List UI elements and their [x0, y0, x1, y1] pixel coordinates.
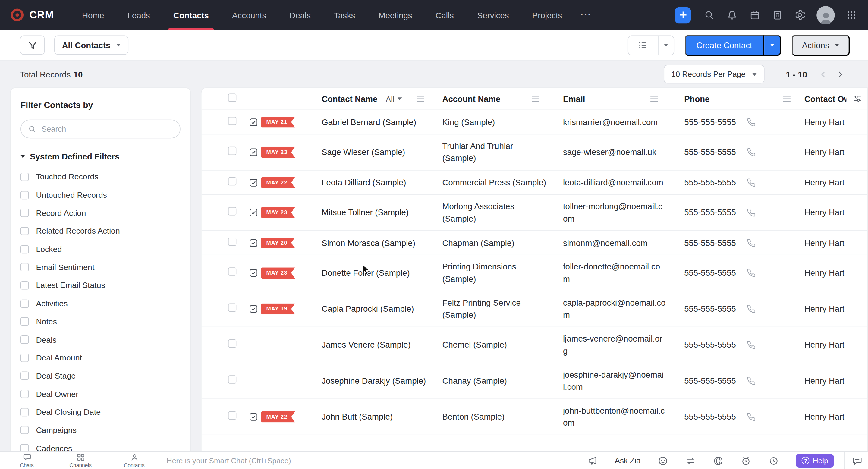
- account-name-link[interactable]: King (Sample): [442, 117, 495, 126]
- row-checkbox[interactable]: [228, 304, 237, 312]
- calendar-icon[interactable]: [744, 5, 764, 25]
- row-checkbox[interactable]: [228, 147, 237, 155]
- history-clock-icon[interactable]: [769, 456, 779, 466]
- account-name-link[interactable]: Commercial Press (Sample): [442, 178, 546, 187]
- dock-item-channels[interactable]: Channels: [54, 452, 107, 469]
- row-checkbox[interactable]: [228, 237, 237, 246]
- filter-checkbox[interactable]: [21, 426, 29, 434]
- dock-item-chats[interactable]: Chats: [0, 452, 54, 469]
- column-menu-icon[interactable]: [650, 95, 658, 102]
- filter-item-locked[interactable]: Locked: [21, 240, 181, 258]
- account-name-link[interactable]: Chemel (Sample): [442, 340, 507, 349]
- nav-item-home[interactable]: Home: [70, 0, 116, 30]
- settings-gear-icon[interactable]: [790, 5, 810, 25]
- table-row[interactable]: MAY 23Sage Wieser (Sample)Truhlar And Tr…: [202, 134, 868, 170]
- phone-call-icon[interactable]: [747, 412, 756, 421]
- nav-more-button[interactable]: ···: [574, 9, 598, 21]
- view-selector-dropdown[interactable]: All Contacts: [54, 36, 128, 55]
- feedback-bubble-icon[interactable]: [844, 451, 863, 469]
- filter-item-touched-records[interactable]: Touched Records: [21, 168, 181, 186]
- column-menu-icon[interactable]: [531, 95, 540, 102]
- phone-call-icon[interactable]: [747, 269, 756, 277]
- contact-name-link[interactable]: Leota Dilliard (Sample): [321, 178, 406, 187]
- account-name-link[interactable]: Printing Dimensions (Sample): [442, 262, 516, 284]
- contact-name-link[interactable]: Simon Morasca (Sample): [321, 238, 415, 247]
- per-page-dropdown[interactable]: 10 Records Per Page: [664, 65, 764, 84]
- nav-item-projects[interactable]: Projects: [521, 0, 574, 30]
- table-row[interactable]: MAY 23Donette Foller (Sample)Printing Di…: [202, 255, 868, 291]
- phone-call-icon[interactable]: [747, 305, 756, 313]
- filter-checkbox[interactable]: [21, 263, 29, 272]
- account-name-link[interactable]: Chanay (Sample): [442, 376, 507, 385]
- account-name-link[interactable]: Feltz Printing Service (Sample): [442, 298, 521, 319]
- table-row[interactable]: Josephine Darakjy (Sample)Chanay (Sample…: [202, 363, 868, 399]
- contact-name-link[interactable]: John Butt (Sample): [321, 412, 393, 421]
- row-checkbox[interactable]: [228, 268, 237, 276]
- filter-item-deals[interactable]: Deals: [21, 331, 181, 349]
- next-page-button[interactable]: [832, 66, 848, 83]
- table-row[interactable]: MAY 19Capla Paprocki (Sample)Feltz Print…: [202, 291, 868, 327]
- alarm-clock-icon[interactable]: [741, 456, 751, 466]
- filter-item-record-action[interactable]: Record Action: [21, 204, 181, 222]
- row-checkbox[interactable]: [228, 411, 237, 420]
- filter-checkbox[interactable]: [21, 317, 29, 326]
- translate-globe-icon[interactable]: [713, 456, 724, 466]
- column-header-email[interactable]: Email: [563, 94, 585, 103]
- row-checkbox[interactable]: [228, 375, 237, 384]
- user-avatar[interactable]: [816, 6, 835, 24]
- phone-call-icon[interactable]: [747, 208, 756, 217]
- filter-item-deal-closing-date[interactable]: Deal Closing Date: [21, 403, 181, 421]
- create-contact-button[interactable]: Create Contact: [685, 35, 764, 56]
- phone-call-icon[interactable]: [747, 341, 756, 349]
- table-row[interactable]: James Venere (Sample)Chemel (Sample)ljam…: [202, 327, 868, 363]
- account-name-link[interactable]: Morlong Associates (Sample): [442, 201, 515, 223]
- filter-item-notes[interactable]: Notes: [21, 313, 181, 331]
- nav-item-deals[interactable]: Deals: [278, 0, 322, 30]
- table-row[interactable]: MAY 21Gabriel Bernard (Sample)King (Samp…: [202, 110, 868, 135]
- account-name-link[interactable]: Benton (Sample): [442, 412, 505, 421]
- select-all-checkbox[interactable]: [228, 93, 237, 102]
- filter-checkbox[interactable]: [21, 390, 29, 398]
- filter-checkbox[interactable]: [21, 173, 29, 181]
- filter-item-activities[interactable]: Activities: [21, 294, 181, 313]
- row-checkbox[interactable]: [228, 207, 237, 216]
- contact-name-link[interactable]: Gabriel Bernard (Sample): [321, 117, 416, 126]
- filter-checkbox[interactable]: [21, 372, 29, 380]
- filter-checkbox[interactable]: [21, 245, 29, 253]
- filter-item-latest-email-status[interactable]: Latest Email Status: [21, 276, 181, 294]
- cadence-arrows-icon[interactable]: [685, 456, 696, 466]
- nav-item-services[interactable]: Services: [465, 0, 521, 30]
- column-settings-button[interactable]: [846, 88, 867, 110]
- column-header-contact-name[interactable]: Contact Name: [321, 94, 377, 103]
- ask-zia-button[interactable]: Ask Zia: [615, 456, 641, 465]
- notifications-bell-icon[interactable]: [722, 5, 742, 25]
- column-header-phone[interactable]: Phone: [684, 94, 710, 103]
- create-contact-dropdown[interactable]: [764, 35, 781, 56]
- search-icon[interactable]: [699, 5, 719, 25]
- filter-item-untouched-records[interactable]: Untouched Records: [21, 186, 181, 204]
- zia-icon[interactable]: [658, 456, 668, 466]
- contact-name-link[interactable]: Sage Wieser (Sample): [321, 147, 405, 157]
- marketplace-icon[interactable]: [767, 5, 787, 25]
- filter-checkbox[interactable]: [21, 281, 29, 290]
- list-view-toggle[interactable]: [628, 35, 674, 55]
- contact-name-link[interactable]: Donette Foller (Sample): [321, 268, 410, 277]
- filter-checkbox[interactable]: [21, 336, 29, 344]
- actions-button[interactable]: Actions: [792, 35, 849, 56]
- filter-item-deal-stage[interactable]: Deal Stage: [21, 367, 181, 385]
- row-checkbox[interactable]: [228, 339, 237, 348]
- prev-page-button[interactable]: [815, 66, 832, 83]
- phone-call-icon[interactable]: [747, 239, 756, 247]
- filter-checkbox[interactable]: [21, 191, 29, 199]
- table-row[interactable]: MAY 22John Butt (Sample)Benton (Sample)j…: [202, 399, 868, 435]
- phone-call-icon[interactable]: [747, 148, 756, 156]
- table-row[interactable]: MAY 20Simon Morasca (Sample)Chapman (Sam…: [202, 231, 868, 255]
- column-menu-icon[interactable]: [416, 95, 425, 102]
- filter-checkbox[interactable]: [21, 408, 29, 416]
- phone-call-icon[interactable]: [747, 376, 756, 385]
- filter-checkbox[interactable]: [21, 353, 29, 362]
- filter-item-related-records-action[interactable]: Related Records Action: [21, 222, 181, 240]
- contact-name-link[interactable]: Capla Paprocki (Sample): [321, 304, 414, 313]
- table-row[interactable]: MAY 23Mitsue Tollner (Sample)Morlong Ass…: [202, 195, 868, 231]
- filter-checkbox[interactable]: [21, 209, 29, 217]
